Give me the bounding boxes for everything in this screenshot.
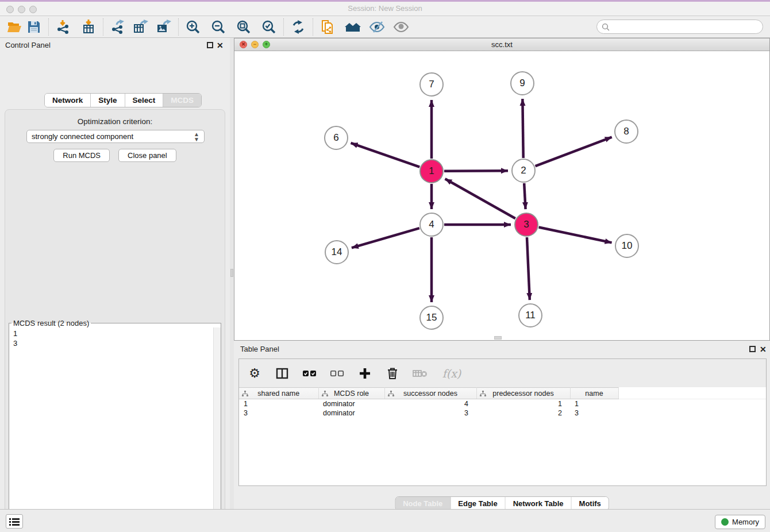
graph-edge-3-1[interactable] bbox=[445, 179, 515, 218]
memory-button[interactable]: Memory bbox=[715, 515, 765, 529]
canvas-scroll-handle[interactable] bbox=[494, 336, 502, 340]
export-image-icon[interactable] bbox=[154, 18, 174, 36]
divider-handle[interactable] bbox=[230, 269, 233, 277]
task-history-button[interactable] bbox=[6, 514, 23, 529]
table-toolbar: ⚙ f(x) bbox=[239, 359, 766, 387]
cybrowser-home-icon[interactable] bbox=[343, 18, 363, 36]
table-panel-header: Table Panel ✕ bbox=[234, 341, 770, 356]
toolbar-separator bbox=[48, 18, 49, 36]
tab-select[interactable]: Select bbox=[125, 94, 164, 107]
table-panel-title: Table Panel bbox=[240, 345, 279, 353]
search-field[interactable] bbox=[596, 20, 763, 34]
network-canvas[interactable]: 7968124314101511 bbox=[234, 51, 769, 340]
mcds-panel: Optimization criterion: strongly connect… bbox=[5, 109, 225, 532]
control-panel-tabs: NetworkStyleSelectMCDS bbox=[44, 93, 202, 107]
import-network-icon[interactable] bbox=[53, 18, 73, 36]
table-settings-gear-icon[interactable]: ⚙ bbox=[247, 366, 262, 381]
table-cell[interactable]: 2 bbox=[476, 408, 570, 418]
graph-node-3[interactable]: 3 bbox=[514, 213, 538, 237]
open-session-icon[interactable] bbox=[5, 18, 24, 36]
column-header-name[interactable]: name bbox=[570, 388, 618, 399]
column-header-MCDS-role[interactable]: MCDS role bbox=[318, 388, 384, 399]
add-column-plus-icon[interactable] bbox=[357, 366, 372, 381]
control-panel-close-icon[interactable]: ✕ bbox=[217, 40, 224, 51]
optimization-criterion-label: Optimization criterion: bbox=[5, 117, 225, 126]
select-all-icon[interactable] bbox=[302, 366, 317, 381]
graph-node-1[interactable]: 1 bbox=[419, 159, 444, 183]
graph-node-15[interactable]: 15 bbox=[419, 306, 444, 330]
table-cell[interactable]: 3 bbox=[570, 408, 618, 418]
table-cell[interactable]: 4 bbox=[384, 399, 476, 408]
main-toolbar bbox=[0, 16, 770, 38]
graph-edge-3-10[interactable] bbox=[539, 228, 612, 243]
column-header-shared-name[interactable]: shared name bbox=[239, 388, 318, 399]
table-cell[interactable]: 1 bbox=[239, 399, 318, 408]
graph-node-6[interactable]: 6 bbox=[324, 126, 348, 150]
table-row[interactable]: 1dominator411 bbox=[239, 399, 766, 408]
search-input[interactable] bbox=[613, 22, 763, 31]
delete-table-icon[interactable] bbox=[413, 366, 428, 381]
table-row[interactable]: 3dominator323 bbox=[239, 408, 766, 418]
zoom-in-icon[interactable] bbox=[183, 18, 203, 36]
graph-node-14[interactable]: 14 bbox=[325, 240, 349, 264]
import-table-icon[interactable] bbox=[79, 18, 98, 36]
graph-node-10[interactable]: 10 bbox=[615, 234, 639, 258]
graph-node-4[interactable]: 4 bbox=[419, 213, 444, 237]
split-view-icon[interactable] bbox=[275, 366, 290, 381]
table-cell[interactable]: 1 bbox=[476, 399, 570, 408]
mcds-result-title: MCDS result (2 nodes) bbox=[11, 319, 91, 327]
control-panel-float-button[interactable] bbox=[207, 42, 213, 48]
graph-edge-2-3[interactable] bbox=[524, 183, 525, 209]
zoom-fit-icon[interactable] bbox=[234, 18, 253, 36]
graph-edge-2-9[interactable] bbox=[522, 99, 523, 158]
tab-network-table[interactable]: Network Table bbox=[506, 497, 572, 510]
hide-selected-eye-icon[interactable] bbox=[367, 18, 387, 36]
result-scrollbar[interactable] bbox=[213, 327, 221, 532]
graph-node-7[interactable]: 7 bbox=[419, 72, 444, 97]
show-all-eye-icon[interactable] bbox=[391, 18, 411, 36]
graph-node-8[interactable]: 8 bbox=[614, 119, 638, 144]
export-table-icon[interactable] bbox=[131, 18, 151, 36]
zoom-selected-icon[interactable] bbox=[259, 18, 279, 36]
list-icon bbox=[9, 518, 20, 526]
graph-node-2[interactable]: 2 bbox=[511, 159, 536, 183]
table-panel-close-icon[interactable]: ✕ bbox=[760, 344, 767, 354]
column-header-successor-nodes[interactable]: successor nodes bbox=[384, 388, 476, 399]
graph-node-11[interactable]: 11 bbox=[518, 303, 542, 327]
graph-edge-2-8[interactable] bbox=[536, 137, 612, 167]
mcds-result-item[interactable]: 3 bbox=[13, 338, 213, 348]
zoom-out-icon[interactable] bbox=[209, 18, 228, 36]
delete-column-trash-icon[interactable] bbox=[385, 366, 400, 381]
mcds-result-item[interactable]: 1 bbox=[13, 329, 213, 338]
table-cell[interactable]: 3 bbox=[239, 408, 318, 418]
mcds-result-list[interactable]: 13 bbox=[9, 327, 213, 532]
apply-layout-icon[interactable] bbox=[288, 18, 308, 36]
table-cell[interactable]: 3 bbox=[384, 408, 476, 418]
tab-mcds[interactable]: MCDS bbox=[163, 94, 201, 107]
tab-edge-table[interactable]: Edge Table bbox=[451, 497, 505, 510]
table-panel-float-button[interactable] bbox=[749, 346, 756, 352]
graph-edge-1-2[interactable] bbox=[444, 171, 508, 171]
close-panel-button[interactable]: Close panel bbox=[118, 149, 176, 162]
graph-edge-3-11[interactable] bbox=[527, 237, 530, 300]
table-cell[interactable]: 1 bbox=[570, 399, 618, 408]
function-builder-icon[interactable]: f(x) bbox=[440, 366, 463, 381]
run-mcds-button[interactable]: Run MCDS bbox=[53, 149, 110, 162]
deselect-all-icon[interactable] bbox=[330, 366, 345, 381]
tab-motifs[interactable]: Motifs bbox=[572, 497, 609, 510]
tab-node-table[interactable]: Node Table bbox=[395, 497, 451, 510]
table-cell[interactable]: dominator bbox=[318, 408, 384, 418]
panel-divider[interactable] bbox=[230, 38, 234, 509]
table-cell[interactable]: dominator bbox=[318, 399, 384, 408]
save-session-icon[interactable] bbox=[24, 18, 44, 36]
graph-edge-1-6[interactable] bbox=[351, 143, 419, 167]
export-network-icon[interactable] bbox=[108, 18, 128, 36]
graph-edge-4-14[interactable] bbox=[352, 228, 419, 248]
column-header-predecessor-nodes[interactable]: predecessor nodes bbox=[476, 388, 570, 399]
select-stepper-icon: ▲▼ bbox=[194, 132, 199, 142]
tab-style[interactable]: Style bbox=[91, 94, 125, 107]
duplicate-network-icon[interactable] bbox=[318, 18, 337, 36]
graph-node-9[interactable]: 9 bbox=[510, 71, 534, 95]
tab-network[interactable]: Network bbox=[45, 94, 91, 107]
optimization-criterion-select[interactable]: strongly connected component ▲▼ bbox=[26, 130, 205, 143]
